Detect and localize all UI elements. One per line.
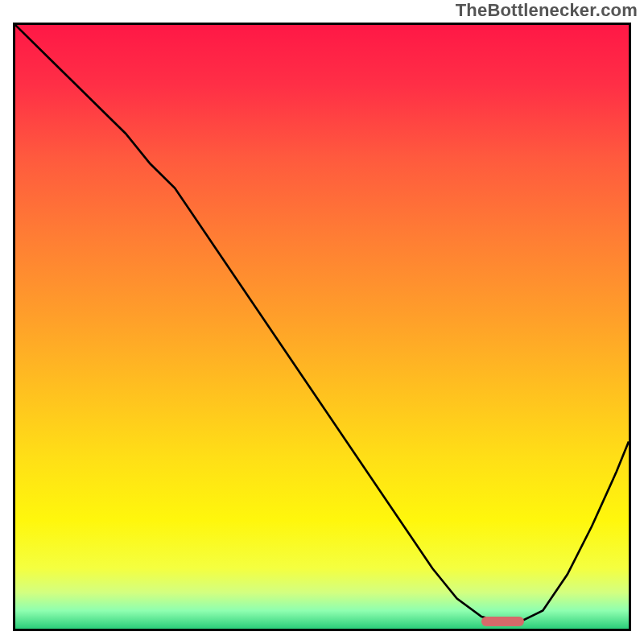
plot-area <box>13 23 631 631</box>
optimal-marker <box>481 617 524 626</box>
watermark-text: TheBottlenecker.com <box>456 0 638 21</box>
chart-root: TheBottlenecker.com <box>0 0 644 644</box>
line-plot <box>15 25 629 629</box>
